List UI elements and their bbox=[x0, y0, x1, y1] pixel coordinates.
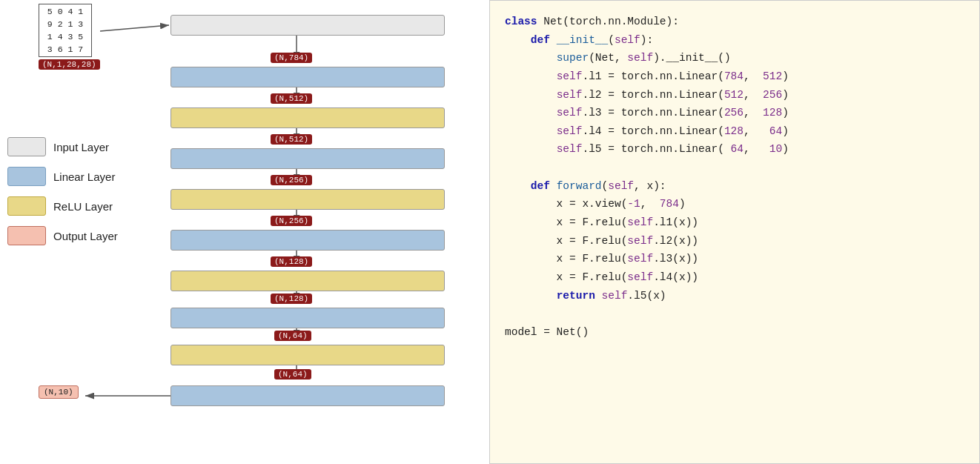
input-image: 5 0 4 19 2 1 31 4 3 53 6 1 7 bbox=[39, 4, 92, 57]
badge-64a: (N,64) bbox=[274, 331, 311, 341]
layer-linear-2 bbox=[170, 148, 445, 169]
network-diagram: 5 0 4 19 2 1 31 4 3 53 6 1 7 (N,1,28,28)… bbox=[148, 0, 460, 464]
badge-64b: (N,64) bbox=[274, 369, 311, 380]
badge-512a: (N,512) bbox=[271, 93, 312, 104]
legend-box-linear bbox=[7, 167, 46, 186]
layer-linear-5 bbox=[170, 385, 445, 406]
layer-relu-2 bbox=[170, 189, 445, 210]
code-block: class Net(torch.nn.Module): def __init__… bbox=[505, 13, 964, 342]
badge-128a: (N,128) bbox=[271, 256, 312, 267]
legend-box-input bbox=[7, 137, 46, 156]
legend-box-output bbox=[7, 226, 46, 245]
left-panel: Input Layer Linear Layer ReLU Layer Outp… bbox=[0, 0, 489, 464]
layer-linear-1 bbox=[170, 67, 445, 87]
legend-input: Input Layer bbox=[7, 137, 118, 156]
layer-relu-4 bbox=[170, 345, 445, 365]
legend-label-output: Output Layer bbox=[53, 230, 118, 242]
legend-box-relu bbox=[7, 196, 46, 216]
badge-128b: (N,128) bbox=[271, 294, 312, 304]
badge-512b: (N,512) bbox=[271, 134, 312, 145]
legend-label-relu: ReLU Layer bbox=[53, 200, 113, 213]
layer-input bbox=[170, 15, 445, 36]
legend-label-linear: Linear Layer bbox=[53, 170, 115, 183]
svg-line-0 bbox=[100, 25, 169, 31]
layer-relu-1 bbox=[170, 107, 445, 128]
legend: Input Layer Linear Layer ReLU Layer Outp… bbox=[7, 137, 118, 245]
layer-linear-4 bbox=[170, 308, 445, 328]
code-panel: class Net(torch.nn.Module): def __init__… bbox=[489, 0, 980, 464]
input-shape-badge: (N,1,28,28) bbox=[39, 59, 100, 70]
legend-label-input: Input Layer bbox=[53, 141, 109, 153]
legend-output: Output Layer bbox=[7, 226, 118, 245]
layer-linear-3 bbox=[170, 230, 445, 251]
badge-256a: (N,256) bbox=[271, 175, 312, 185]
layer-relu-3 bbox=[170, 271, 445, 291]
badge-784: (N,784) bbox=[271, 53, 312, 63]
legend-linear: Linear Layer bbox=[7, 167, 118, 186]
badge-256b: (N,256) bbox=[271, 216, 312, 226]
legend-relu: ReLU Layer bbox=[7, 196, 118, 216]
output-badge: (N,10) bbox=[39, 385, 79, 399]
